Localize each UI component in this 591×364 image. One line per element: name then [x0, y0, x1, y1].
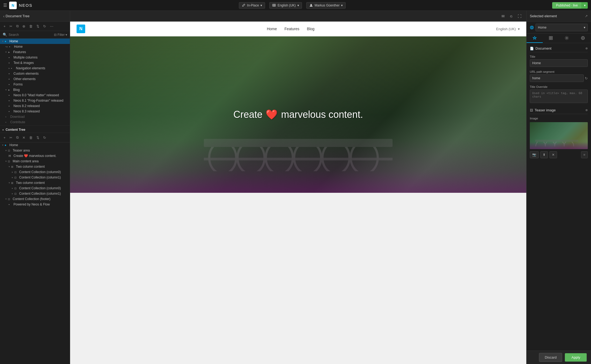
tree-item-multiple-columns[interactable]: ▪ Multiple columns: [0, 55, 70, 60]
tab-settings[interactable]: [559, 34, 575, 43]
content-footer-collection[interactable]: ▾ ⊡ Content Collection (footer): [0, 196, 70, 202]
copy-content-button[interactable]: ⧉: [15, 135, 20, 140]
url-refresh-button[interactable]: ↻: [585, 76, 588, 80]
language-selector[interactable]: English (UK) ▾: [269, 2, 302, 9]
move-content-button[interactable]: ⇅: [35, 135, 41, 140]
edit-mode-chevron: ▾: [260, 4, 262, 7]
tab-target[interactable]: [575, 34, 591, 43]
teaser-camera-button[interactable]: 📷: [530, 151, 539, 158]
page-icon: ▪: [9, 104, 12, 108]
document-icon: 📄: [530, 47, 534, 50]
content-two-col-1[interactable]: ▾ ⊞ Two column content: [0, 164, 70, 169]
teaser-upload-button[interactable]: ⬆: [540, 151, 548, 158]
right-panel-bottom-bar: Discard Apply: [527, 351, 591, 364]
refresh-content-button[interactable]: ↻: [42, 135, 47, 140]
apply-button[interactable]: Apply: [565, 353, 587, 362]
tree-item-contribute[interactable]: ▪ Contribute: [0, 119, 70, 125]
tab-components[interactable]: [543, 34, 559, 43]
content-tree-section-header[interactable]: ● Content Tree: [0, 126, 70, 133]
hamburger-button[interactable]: ☰: [3, 3, 7, 8]
tree-item-neos80[interactable]: ▪ Neos 8.0 "Mad Hatter" released: [0, 92, 70, 98]
chevron-icon: ▸: [12, 187, 13, 190]
content-teaser-area[interactable]: ▾ ⊡ Teaser area: [0, 148, 70, 153]
content-two-col-2[interactable]: ▾ ⊞ Two column content: [0, 180, 70, 186]
home-selector: 🌐 Home ▾: [527, 22, 591, 34]
document-section-expand[interactable]: ⊕: [585, 47, 588, 50]
content-col0-2[interactable]: ▸ ⊡ Content Collection (column0): [0, 186, 70, 191]
user-menu[interactable]: Markus Güenther ▾: [306, 2, 346, 9]
topbar-right: Published · live ▾: [552, 2, 588, 9]
published-dropdown-button[interactable]: ▾: [582, 2, 588, 9]
tree-item-custom-elements[interactable]: ▪ Custom elements: [0, 71, 70, 76]
filter-button[interactable]: ⊟ Filter ▾: [54, 33, 67, 37]
tree-item-label: Contribute: [10, 120, 25, 124]
add-content-button[interactable]: +: [2, 135, 7, 140]
discard-button[interactable]: Discard: [539, 353, 562, 362]
tree-item-neos83[interactable]: ▪ Neos 8.3 released: [0, 109, 70, 114]
folder-icon: ▸: [8, 88, 12, 92]
filter-label: Filter: [57, 33, 65, 37]
crop-icon: ⌗: [583, 153, 585, 157]
tree-item-forms[interactable]: ▪ Forms: [0, 82, 70, 87]
tree-item-text-images[interactable]: ▪ Text & images: [0, 60, 70, 66]
tree-item-label: Home: [14, 45, 23, 49]
tree-item-nav-elements[interactable]: ▸ ▪ Navigation elements: [0, 66, 70, 71]
paste-node-button[interactable]: ⊕: [21, 23, 27, 29]
right-panel-close-button[interactable]: ↗: [585, 14, 588, 18]
teaser-remove-button[interactable]: ✕: [549, 151, 557, 158]
home-dropdown-label: Home: [538, 26, 547, 29]
published-main-button[interactable]: Published · live: [552, 2, 582, 9]
tab-style[interactable]: [527, 34, 543, 43]
tree-item-download[interactable]: ▪ Download: [0, 114, 70, 119]
tree-item-other-elements[interactable]: ▪ Other elements: [0, 76, 70, 82]
document-section-title: Document: [535, 46, 584, 50]
chevron-icon: ▾: [5, 198, 7, 200]
content-main-area[interactable]: ▾ ⊡ Main content area: [0, 159, 70, 164]
tree-item-home-root[interactable]: ▾ ● Home: [0, 39, 70, 44]
content-powered-by[interactable]: ▪ Powered by Neos & Flow: [0, 202, 70, 207]
tree-item-features[interactable]: ▾ ▸ Features: [0, 49, 70, 55]
delete-content-button[interactable]: ✕: [21, 135, 27, 140]
refresh-tree-button[interactable]: ↻: [42, 23, 47, 29]
edit-mode-selector[interactable]: In-Place ▾: [239, 2, 265, 9]
neos-logo: N: [9, 2, 17, 9]
content-col1-1[interactable]: ▸ ⊡ Content Collection (column1): [0, 175, 70, 180]
url-input[interactable]: [530, 74, 584, 82]
trash-content-button[interactable]: 🗑: [28, 135, 34, 140]
tree-item-blog[interactable]: ▾ ▸ Blog: [0, 87, 70, 92]
title-input[interactable]: [530, 59, 588, 67]
tree-item-neos81[interactable]: ▪ Neos 8.1 "Frog-Footman" released: [0, 98, 70, 103]
left-panel: ‹ Document Tree + ✂ ⧉ ⊕ 🗑 ⇅ ↻ ⋯ 🔍 ⊟ Filt…: [0, 11, 70, 364]
close-icon: ✕: [552, 153, 555, 157]
cut-content-button[interactable]: ✂: [8, 135, 14, 140]
content-col1-2[interactable]: ▸ ⊡ Content Collection (column1): [0, 191, 70, 196]
more-options-button[interactable]: ⋯: [49, 23, 55, 29]
cut-node-button[interactable]: ✂: [8, 23, 14, 29]
fullscreen-button[interactable]: ⛶: [516, 13, 523, 19]
delete-node-button[interactable]: 🗑: [28, 23, 34, 29]
content-create-headline[interactable]: H Create ❤️ marvelous content.: [0, 153, 70, 159]
back-button[interactable]: ‹: [3, 14, 5, 18]
add-node-button[interactable]: +: [2, 23, 7, 29]
nav-link-blog[interactable]: Blog: [307, 27, 314, 31]
content-col0-1[interactable]: ▸ ⊡ Content Collection (column0): [0, 169, 70, 175]
teaser-section-expand[interactable]: ⊕: [585, 108, 588, 112]
email-preview-button[interactable]: ✉: [500, 13, 506, 19]
copy-node-button[interactable]: ⧉: [15, 23, 20, 29]
nav-link-home[interactable]: Home: [267, 27, 277, 31]
title-override-input[interactable]: [530, 90, 588, 103]
tree-item-label: Neos 8.0 "Mad Hatter" released: [13, 93, 59, 97]
tree-item-home-page[interactable]: ↪ ▪ Home: [0, 44, 70, 49]
move-node-button[interactable]: ⇅: [35, 23, 41, 29]
search-input[interactable]: [9, 33, 52, 37]
content-tree-home[interactable]: ▾ ● Home: [0, 142, 70, 148]
home-dropdown[interactable]: Home ▾: [535, 24, 588, 31]
title-field: Title: [530, 55, 588, 67]
tree-item-label: Content Collection (column1): [19, 192, 61, 195]
tree-item-neos82[interactable]: ▪ Neos 8.2 released: [0, 103, 70, 109]
teaser-crop-button[interactable]: ⌗: [581, 151, 588, 158]
external-link-button[interactable]: ⎋: [508, 13, 514, 19]
page-icon: ▪: [9, 72, 12, 75]
preview-language: English (UK): [496, 27, 516, 31]
nav-link-features[interactable]: Features: [284, 27, 299, 31]
